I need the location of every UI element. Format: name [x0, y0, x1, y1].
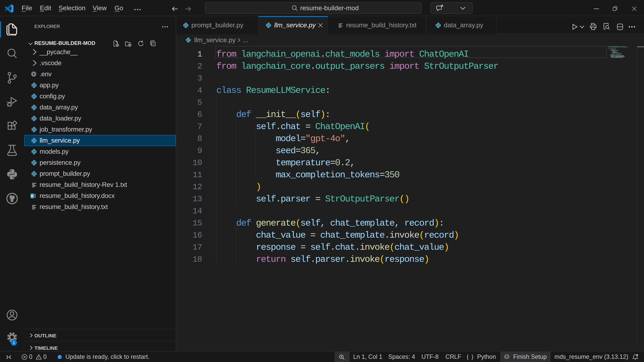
svg-text:W: W	[31, 194, 34, 198]
